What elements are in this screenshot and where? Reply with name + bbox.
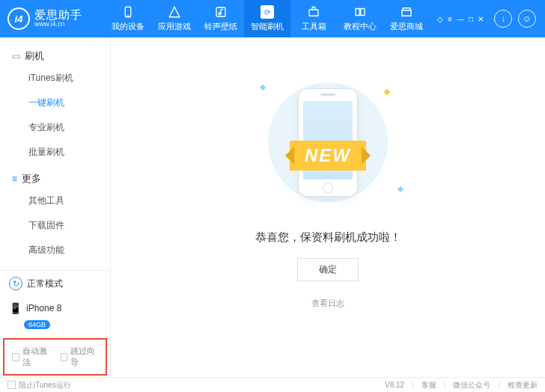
book-icon (353, 5, 367, 19)
logo-mark-icon: i4 (7, 7, 30, 30)
device-row[interactable]: 📱 iPhone 8 64GB (0, 296, 110, 335)
auto-activate-checkbox[interactable]: 自动激活 (12, 346, 50, 368)
sidebar-item-other[interactable]: 其他工具 (0, 189, 110, 213)
sidebar-bottom: ↻ 正常模式 📱 iPhone 8 64GB 自动激活 跳过向导 (0, 270, 110, 377)
nav-tutorial[interactable]: 教程中心 (337, 0, 383, 37)
phone-icon (121, 5, 135, 19)
list-icon: ≡ (12, 174, 17, 184)
support-link[interactable]: 客服 (421, 380, 436, 391)
checkbox-icon (7, 381, 16, 389)
mode-row[interactable]: ↻ 正常模式 (0, 271, 110, 296)
ok-button[interactable]: 确定 (297, 258, 359, 281)
nav-my-device[interactable]: 我的设备 (105, 0, 151, 37)
topbar: i4 爱思助手 www.i4.cn 我的设备 应用游戏 铃声壁纸 ⟳ 智能刷机 … (0, 0, 545, 37)
nav-apps[interactable]: 应用游戏 (151, 0, 198, 37)
device-icon: 📱 (9, 302, 22, 314)
wechat-link[interactable]: 微信公众号 (453, 380, 490, 391)
view-log-link[interactable]: 查看日志 (311, 298, 344, 309)
success-message: 恭喜您，保资料刷机成功啦！ (255, 230, 401, 245)
nav-ringtone[interactable]: 铃声壁纸 (198, 0, 244, 37)
sidebar-item-firmware[interactable]: 下载固件 (0, 213, 110, 238)
checkbox-icon (61, 353, 68, 361)
svg-rect-4 (309, 10, 318, 16)
toolbox-icon (307, 5, 320, 19)
apps-icon (168, 5, 181, 19)
phone-outline-icon: ▭ (12, 51, 20, 61)
download-button[interactable]: ↓ (494, 10, 512, 28)
device-name: iPhone 8 (26, 303, 61, 313)
footer: 阻止iTunes运行 V8.12| 客服| 微信公众号| 检查更新 (0, 377, 545, 392)
nav-flash[interactable]: ⟳ 智能刷机 (244, 0, 290, 37)
skip-wizard-checkbox[interactable]: 跳过向导 (61, 346, 99, 368)
app-title: 爱思助手 (34, 9, 82, 22)
sidebar-group-more[interactable]: ≡ 更多 (0, 165, 110, 189)
nav-store[interactable]: 爱思商城 (383, 0, 430, 37)
success-illustration: NEW (246, 75, 410, 209)
top-right: ◇≡—□✕ ↓ ☺ (437, 10, 545, 28)
body: ▭ 刷机 iTunes刷机 一键刷机 专业刷机 批量刷机 ≡ 更多 其他工具 下… (0, 37, 545, 377)
app-subtitle: www.i4.cn (34, 21, 82, 28)
top-nav: 我的设备 应用游戏 铃声壁纸 ⟳ 智能刷机 工具箱 教程中心 爱思商城 (105, 0, 430, 37)
main-content: NEW 恭喜您，保资料刷机成功啦！ 确定 查看日志 (111, 37, 545, 377)
sidebar-item-batch[interactable]: 批量刷机 (0, 140, 110, 165)
sidebar: ▭ 刷机 iTunes刷机 一键刷机 专业刷机 批量刷机 ≡ 更多 其他工具 下… (0, 37, 111, 377)
sidebar-item-itunes[interactable]: iTunes刷机 (0, 66, 110, 91)
new-ribbon: NEW (290, 141, 366, 171)
sidebar-item-oneclick[interactable]: 一键刷机 (0, 91, 110, 115)
version-label: V8.12 (385, 381, 404, 389)
nav-toolbox[interactable]: 工具箱 (290, 0, 337, 37)
logo[interactable]: i4 爱思助手 www.i4.cn (0, 7, 105, 30)
checkbox-icon (12, 353, 19, 361)
update-link[interactable]: 检查更新 (508, 380, 538, 391)
mode-icon: ↻ (9, 277, 22, 290)
account-button[interactable]: ☺ (518, 10, 536, 28)
options-box: 自动激活 跳过向导 (3, 338, 107, 376)
refresh-icon: ⟳ (261, 5, 274, 19)
sidebar-group-flash[interactable]: ▭ 刷机 (0, 42, 110, 66)
sidebar-item-pro[interactable]: 专业刷机 (0, 115, 110, 140)
storage-badge: 64GB (24, 320, 50, 329)
store-icon (400, 5, 413, 19)
sidebar-item-advanced[interactable]: 高级功能 (0, 238, 110, 263)
window-controls[interactable]: ◇≡—□✕ (437, 15, 484, 23)
block-itunes-checkbox[interactable]: 阻止iTunes运行 (7, 380, 71, 391)
music-icon (214, 5, 228, 19)
